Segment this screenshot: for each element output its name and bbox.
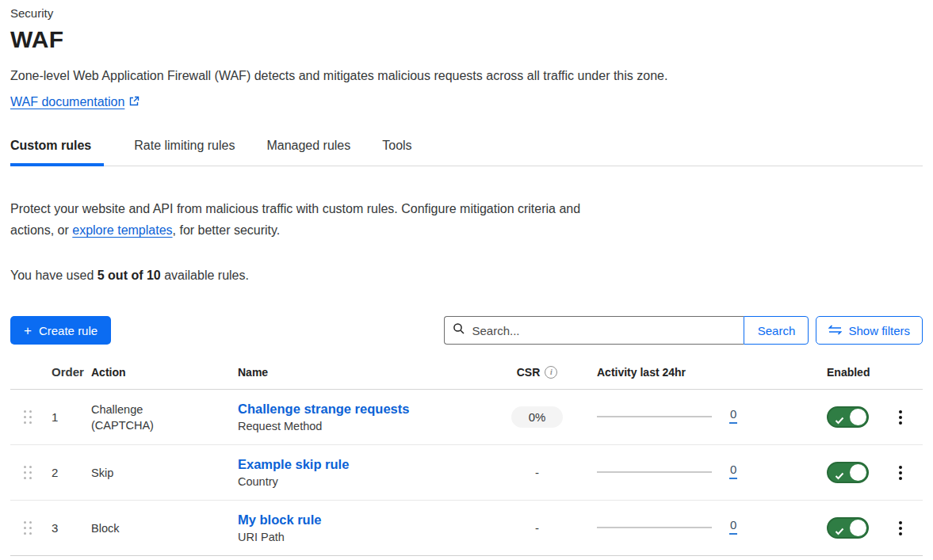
tab-custom-rules[interactable]: Custom rules	[10, 139, 104, 166]
rules-table-header: Order Action Name CSRi Activity last 24h…	[10, 365, 923, 390]
enabled-cell	[816, 462, 878, 483]
create-rule-label: Create rule	[39, 324, 98, 337]
csr-value: 0%	[511, 406, 564, 428]
rules-toolbar: + Create rule Search Show filters	[10, 316, 923, 345]
csr-cell: -	[484, 466, 591, 479]
waf-tabbar: Custom rules Rate limiting rules Managed…	[10, 139, 923, 166]
usage-prefix: You have used	[10, 269, 98, 282]
activity-count-link[interactable]: 0	[729, 518, 737, 535]
swap-arrows-icon	[828, 324, 842, 337]
show-filters-label: Show filters	[848, 324, 910, 337]
rules-usage-summary: You have used 5 out of 10 available rule…	[10, 269, 923, 283]
tab-managed-rules[interactable]: Managed rules	[266, 139, 352, 166]
tab-tools[interactable]: Tools	[382, 139, 413, 166]
enabled-toggle[interactable]	[827, 462, 869, 483]
activity-count-link[interactable]: 0	[729, 463, 737, 479]
external-link-icon	[128, 96, 140, 110]
create-rule-button[interactable]: + Create rule	[10, 316, 111, 345]
enabled-cell	[816, 406, 878, 428]
rule-name-link[interactable]: Challenge strange requests	[238, 402, 409, 417]
col-header-action: Action	[91, 366, 232, 379]
check-icon	[835, 413, 844, 428]
toggle-knob	[850, 464, 866, 481]
drag-handle-icon[interactable]	[24, 410, 32, 424]
usage-count: 5 out of 10	[98, 269, 161, 282]
csr-value: -	[531, 521, 544, 535]
page-description: Zone-level Web Application Firewall (WAF…	[10, 69, 923, 83]
search-button[interactable]: Search	[744, 316, 809, 345]
csr-header-label: CSR	[517, 366, 541, 379]
show-filters-button[interactable]: Show filters	[816, 316, 923, 345]
plus-icon: +	[24, 324, 32, 337]
waf-documentation-link[interactable]: WAF documentation	[10, 95, 140, 109]
col-header-csr: CSRi	[484, 366, 591, 379]
kebab-menu-icon[interactable]	[893, 518, 908, 539]
custom-rules-intro: Protect your website and API from malici…	[10, 198, 601, 241]
check-icon	[835, 524, 844, 539]
csr-cell: -	[484, 521, 591, 535]
drag-handle-icon[interactable]	[24, 521, 32, 535]
rule-field: Country	[238, 475, 484, 488]
toggle-knob	[850, 520, 866, 536]
waf-page: Security WAF Zone-level Web Application …	[0, 0, 933, 556]
usage-suffix: available rules.	[161, 269, 249, 282]
activity-sparkline	[597, 527, 712, 528]
csr-value: -	[531, 466, 544, 479]
rule-action: Skip	[91, 465, 180, 481]
search-input[interactable]	[472, 324, 736, 337]
enabled-toggle[interactable]	[827, 406, 869, 428]
col-header-name: Name	[232, 366, 484, 379]
col-header-activity: Activity last 24hr	[591, 366, 816, 379]
drag-handle-icon[interactable]	[24, 466, 32, 479]
activity-sparkline	[597, 471, 712, 473]
rule-name-cell: My block rule URI Path	[232, 512, 484, 543]
activity-cell: 0	[591, 463, 816, 483]
enabled-cell	[816, 517, 878, 539]
rule-action: Block	[91, 520, 180, 536]
activity-sparkline	[597, 416, 712, 417]
kebab-menu-icon[interactable]	[893, 407, 908, 428]
table-row: 2 Skip Example skip rule Country - 0	[10, 445, 923, 501]
enabled-toggle[interactable]	[827, 517, 869, 539]
rule-name-cell: Challenge strange requests Request Metho…	[232, 402, 484, 432]
rule-name-link[interactable]: My block rule	[238, 512, 321, 528]
csr-cell: 0%	[484, 406, 591, 428]
breadcrumb-security: Security	[10, 6, 923, 20]
rule-order: 3	[44, 521, 91, 535]
tab-rate-limiting-rules[interactable]: Rate limiting rules	[134, 139, 236, 166]
rule-name-cell: Example skip rule Country	[232, 457, 484, 488]
rule-order: 1	[44, 410, 91, 424]
col-header-order: Order	[44, 365, 91, 379]
waf-documentation-label: WAF documentation	[10, 95, 124, 109]
search-icon	[453, 322, 465, 338]
table-row: 3 Block My block rule URI Path - 0	[10, 501, 923, 556]
rule-field: Request Method	[238, 420, 484, 432]
table-row: 1 Challenge (CAPTCHA) Challenge strange …	[10, 390, 923, 445]
toggle-knob	[850, 409, 866, 425]
rule-action: Challenge (CAPTCHA)	[91, 402, 180, 433]
search-box	[444, 316, 744, 345]
page-title: WAF	[10, 26, 923, 53]
info-icon[interactable]: i	[545, 366, 557, 379]
activity-cell: 0	[591, 518, 816, 539]
intro-text-after: , for better security.	[173, 223, 281, 237]
rule-field: URI Path	[238, 531, 484, 543]
search-group: Search	[444, 316, 809, 345]
activity-count-link[interactable]: 0	[729, 407, 737, 424]
col-header-enabled: Enabled	[816, 366, 878, 379]
rule-name-link[interactable]: Example skip rule	[238, 457, 349, 472]
rule-order: 2	[44, 466, 91, 479]
kebab-menu-icon[interactable]	[893, 463, 908, 483]
activity-cell: 0	[591, 407, 816, 428]
check-icon	[835, 469, 844, 483]
explore-templates-link[interactable]: explore templates	[72, 223, 172, 237]
